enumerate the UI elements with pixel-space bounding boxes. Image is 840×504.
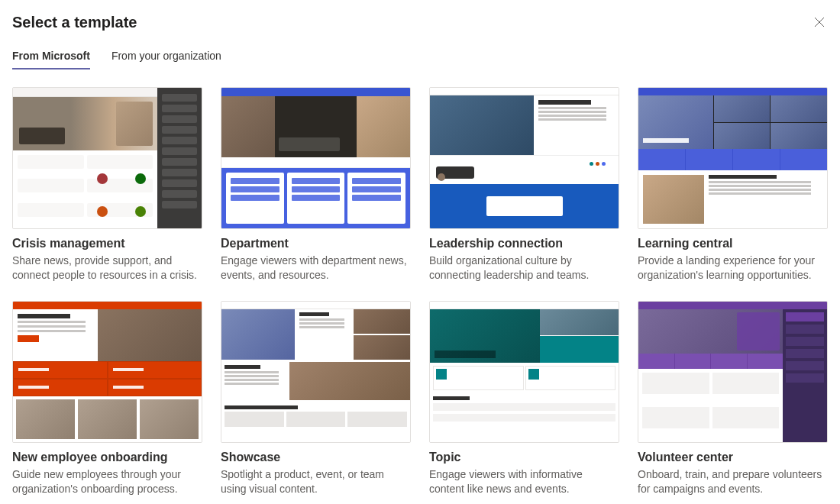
tab-from-organization[interactable]: From your organization bbox=[111, 47, 221, 69]
template-thumbnail bbox=[221, 301, 411, 443]
template-description: Build organizational culture by connecti… bbox=[429, 254, 619, 283]
template-card-new-employee-onboarding[interactable]: New employee onboarding Guide new employ… bbox=[12, 301, 202, 496]
template-title: Crisis management bbox=[12, 237, 202, 250]
template-thumbnail bbox=[638, 301, 828, 443]
template-title: Showcase bbox=[221, 451, 411, 464]
tab-list: From Microsoft From your organization bbox=[12, 47, 828, 70]
close-button[interactable] bbox=[811, 14, 828, 33]
template-title: Volunteer center bbox=[638, 451, 828, 464]
template-title: Department bbox=[221, 237, 411, 250]
close-icon bbox=[814, 17, 825, 30]
template-title: Leadership connection bbox=[429, 237, 619, 250]
template-card-showcase[interactable]: Showcase Spotlight a product, event, or … bbox=[221, 301, 411, 496]
template-title: New employee onboarding bbox=[12, 451, 202, 464]
template-thumbnail bbox=[12, 87, 202, 229]
template-card-crisis-management[interactable]: Crisis management Share news, provide su… bbox=[12, 87, 202, 283]
template-grid: Crisis management Share news, provide su… bbox=[12, 87, 828, 496]
template-description: Spotlight a product, event, or team usin… bbox=[221, 467, 411, 496]
template-description: Provide a landing experience for your or… bbox=[638, 254, 828, 283]
template-description: Onboard, train, and prepare volunteers f… bbox=[638, 467, 828, 496]
template-description: Guide new employees through your organiz… bbox=[12, 467, 202, 496]
template-thumbnail bbox=[429, 301, 619, 443]
template-card-volunteer-center[interactable]: Volunteer center Onboard, train, and pre… bbox=[638, 301, 828, 496]
template-description: Engage viewers with department news, eve… bbox=[221, 254, 411, 283]
tab-from-microsoft[interactable]: From Microsoft bbox=[12, 47, 90, 69]
template-description: Engage viewers with informative content … bbox=[429, 467, 619, 496]
template-thumbnail bbox=[429, 87, 619, 229]
template-thumbnail bbox=[221, 87, 411, 229]
template-thumbnail bbox=[638, 87, 828, 229]
template-description: Share news, provide support, and connect… bbox=[12, 254, 202, 283]
template-title: Topic bbox=[429, 451, 619, 464]
template-title: Learning central bbox=[638, 237, 828, 250]
template-thumbnail bbox=[12, 301, 202, 443]
template-card-leadership-connection[interactable]: Leadership connection Build organization… bbox=[429, 87, 619, 283]
template-card-topic[interactable]: Topic Engage viewers with informative co… bbox=[429, 301, 619, 496]
template-card-learning-central[interactable]: Learning central Provide a landing exper… bbox=[638, 87, 828, 283]
template-card-department[interactable]: Department Engage viewers with departmen… bbox=[221, 87, 411, 283]
dialog-title: Select a template bbox=[12, 14, 137, 31]
